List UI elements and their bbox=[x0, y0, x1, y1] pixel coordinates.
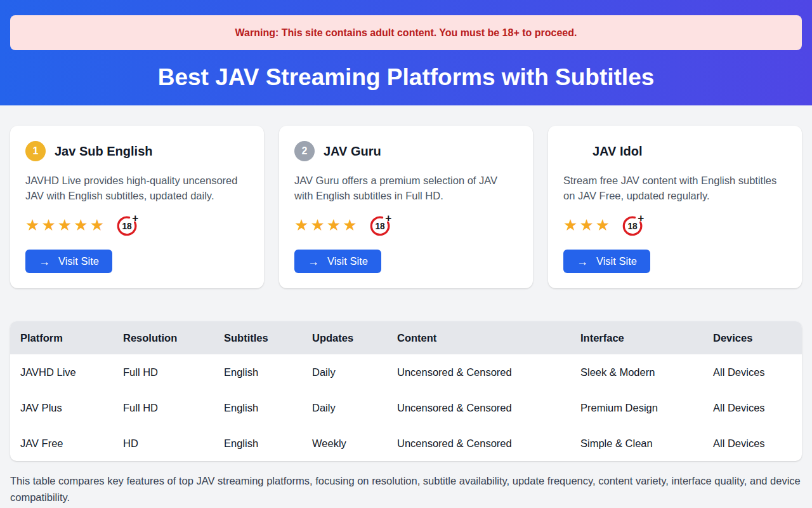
cell-platform: JAV Plus bbox=[10, 390, 113, 425]
visit-site-label: Visit Site bbox=[596, 255, 637, 267]
age-18-plus-icon: 18 + bbox=[115, 213, 140, 237]
cell-interface: Premium Design bbox=[570, 390, 703, 425]
rating-row: ★★★★★ 18 + bbox=[25, 213, 249, 237]
visit-site-label: Visit Site bbox=[327, 255, 368, 267]
table-row: JAV Plus Full HD English Daily Uncensore… bbox=[10, 390, 802, 425]
svg-text:18: 18 bbox=[122, 222, 132, 231]
column-header-interface: Interface bbox=[570, 321, 703, 354]
svg-text:+: + bbox=[638, 213, 645, 224]
age-18-plus-icon: 18 + bbox=[621, 213, 645, 237]
cell-updates: Weekly bbox=[302, 425, 387, 461]
card-title: Jav Sub English bbox=[55, 144, 152, 159]
comparison-table: Platform Resolution Subtitles Updates Co… bbox=[10, 321, 802, 461]
cell-interface: Sleek & Modern bbox=[570, 354, 703, 390]
hero-header: Warning: This site contains adult conten… bbox=[0, 0, 812, 105]
star-rating-icon: ★★★ bbox=[563, 217, 612, 233]
card-title: JAV Guru bbox=[324, 144, 381, 159]
star-rating-icon: ★★★★ bbox=[294, 217, 359, 233]
warning-text: Warning: This site contains adult conten… bbox=[235, 27, 577, 38]
rank-badge: 2 bbox=[294, 141, 315, 161]
card-description: JAVHD Live provides high-quality uncenso… bbox=[25, 173, 249, 203]
visit-site-button[interactable]: → Visit Site bbox=[294, 250, 381, 273]
table-description-note: This table compares key features of top … bbox=[10, 472, 802, 505]
page-bottom-spacer bbox=[10, 505, 802, 508]
column-header-subtitles: Subtitles bbox=[214, 321, 302, 354]
platform-card-jav-idol: JAV Idol Stream free JAV content with En… bbox=[548, 126, 802, 288]
cell-devices: All Devices bbox=[703, 425, 802, 461]
cell-resolution: Full HD bbox=[113, 354, 214, 390]
cell-content: Uncensored & Censored bbox=[387, 425, 570, 461]
arrow-right-icon: → bbox=[308, 256, 319, 267]
column-header-resolution: Resolution bbox=[113, 321, 214, 354]
column-header-content: Content bbox=[387, 321, 570, 354]
svg-text:18: 18 bbox=[628, 222, 638, 231]
cell-interface: Simple & Clean bbox=[570, 425, 703, 461]
cell-updates: Daily bbox=[302, 354, 387, 390]
platform-cards: 1 Jav Sub English JAVHD Live provides hi… bbox=[10, 126, 802, 288]
svg-text:18: 18 bbox=[375, 222, 385, 231]
comparison-table-section: Platform Resolution Subtitles Updates Co… bbox=[10, 321, 802, 505]
table-header-row: Platform Resolution Subtitles Updates Co… bbox=[10, 321, 802, 354]
column-header-updates: Updates bbox=[302, 321, 387, 354]
cell-subtitles: English bbox=[214, 354, 302, 390]
arrow-right-icon: → bbox=[577, 256, 588, 267]
cell-devices: All Devices bbox=[703, 354, 802, 390]
cell-updates: Daily bbox=[302, 390, 387, 425]
platform-card-jav-guru: 2 JAV Guru JAV Guru offers a premium sel… bbox=[279, 126, 533, 288]
page-title: Best JAV Streaming Platforms with Subtit… bbox=[10, 64, 802, 91]
card-description: Stream free JAV content with English sub… bbox=[563, 173, 787, 203]
star-rating-icon: ★★★★★ bbox=[25, 217, 106, 233]
age-18-plus-icon: 18 + bbox=[369, 213, 393, 237]
table-row: JAV Free HD English Weekly Uncensored & … bbox=[10, 425, 802, 461]
comparison-table-card: Platform Resolution Subtitles Updates Co… bbox=[10, 321, 802, 461]
card-title: JAV Idol bbox=[593, 144, 643, 159]
column-header-devices: Devices bbox=[703, 321, 802, 354]
platform-card-jav-sub-english: 1 Jav Sub English JAVHD Live provides hi… bbox=[10, 126, 264, 288]
rating-row: ★★★ 18 + bbox=[563, 213, 787, 237]
cell-content: Uncensored & Censored bbox=[387, 354, 570, 390]
cell-devices: All Devices bbox=[703, 390, 802, 425]
cell-platform: JAV Free bbox=[10, 425, 113, 461]
column-header-platform: Platform bbox=[10, 321, 113, 354]
cell-content: Uncensored & Censored bbox=[387, 390, 570, 425]
rank-badge: 1 bbox=[25, 141, 46, 161]
cell-platform: JAVHD Live bbox=[10, 354, 113, 390]
svg-text:+: + bbox=[385, 213, 391, 224]
cell-subtitles: English bbox=[214, 390, 302, 425]
cell-resolution: HD bbox=[113, 425, 214, 461]
card-header: 1 Jav Sub English bbox=[25, 141, 249, 161]
visit-site-button[interactable]: → Visit Site bbox=[25, 250, 112, 273]
visit-site-label: Visit Site bbox=[58, 255, 99, 267]
table-row: JAVHD Live Full HD English Daily Uncenso… bbox=[10, 354, 802, 390]
rank-badge-placeholder bbox=[563, 141, 584, 161]
cell-subtitles: English bbox=[214, 425, 302, 461]
rating-row: ★★★★ 18 + bbox=[294, 213, 518, 237]
card-description: JAV Guru offers a premium selection of J… bbox=[294, 173, 518, 203]
cell-resolution: Full HD bbox=[113, 390, 214, 425]
card-header: 2 JAV Guru bbox=[294, 141, 518, 161]
adult-warning-banner: Warning: This site contains adult conten… bbox=[10, 15, 802, 50]
svg-text:+: + bbox=[132, 213, 138, 224]
card-header: JAV Idol bbox=[563, 141, 787, 161]
visit-site-button[interactable]: → Visit Site bbox=[563, 250, 650, 273]
arrow-right-icon: → bbox=[39, 256, 50, 267]
